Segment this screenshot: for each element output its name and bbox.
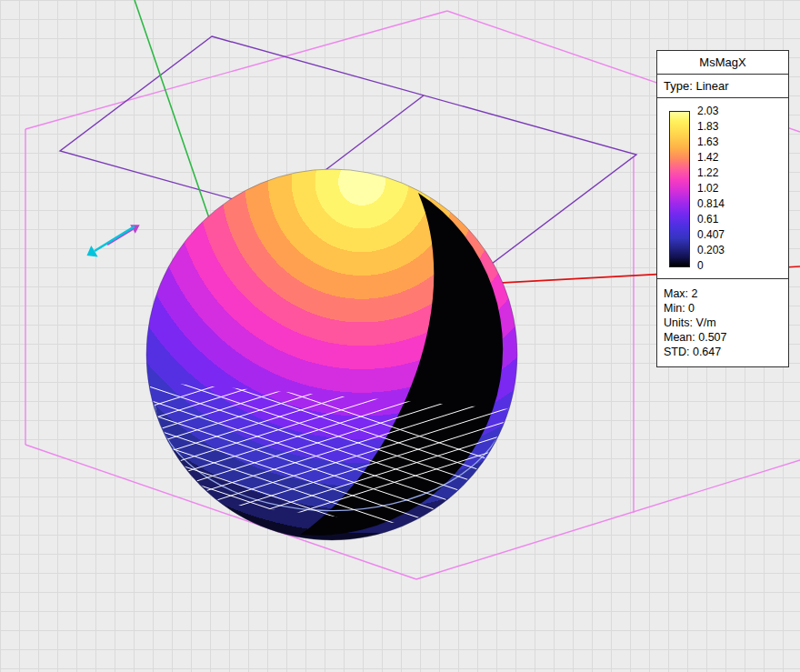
legend-stat: STD: 0.647 [664,345,788,359]
colorbar-tick: 0.814 [697,197,725,210]
legend-stat: Mean: 0.507 [664,330,788,345]
colorbar-tick: 0.203 [697,244,725,256]
legend-scale-type: Type: Linear [657,75,788,98]
incident-wave-arrows [87,225,140,256]
colorbar-gradient [669,111,690,267]
box-edge-bottom-right [416,460,800,579]
colorbar-tick: 0 [697,259,704,272]
colorbar-tick: 1.42 [697,151,718,164]
arrow-magenta-shaft [107,229,133,245]
legend-stats: Max: 2Min: 0Units: V/mMean: 0.507STD: 0.… [657,279,788,366]
colorbar-tick: 0.61 [697,213,718,226]
colorbar-tick: 1.63 [697,135,718,148]
colorbar-tick: 1.02 [697,182,718,195]
legend-title: MsMagX [657,51,788,75]
colorbar-tick: 1.83 [697,120,718,133]
colorbar-tick: 2.03 [697,105,718,117]
viewport-3d[interactable]: MsMagX Type: Linear 2.031.831.631.421.22… [0,0,800,672]
legend-stat: Max: 2 [664,286,788,301]
colorbar-tick: 0.407 [697,228,725,241]
legend-colorbar-section: 2.031.831.631.421.221.020.8140.610.4070.… [657,98,788,279]
legend-stat: Units: V/m [664,316,788,330]
colorbar-tick: 1.22 [697,166,718,179]
legend-stat: Min: 0 [664,301,788,316]
arrow-cyan-shaft [95,226,135,251]
box-edge-top-left [25,11,447,129]
legend-panel: MsMagX Type: Linear 2.031.831.631.421.22… [656,50,789,367]
